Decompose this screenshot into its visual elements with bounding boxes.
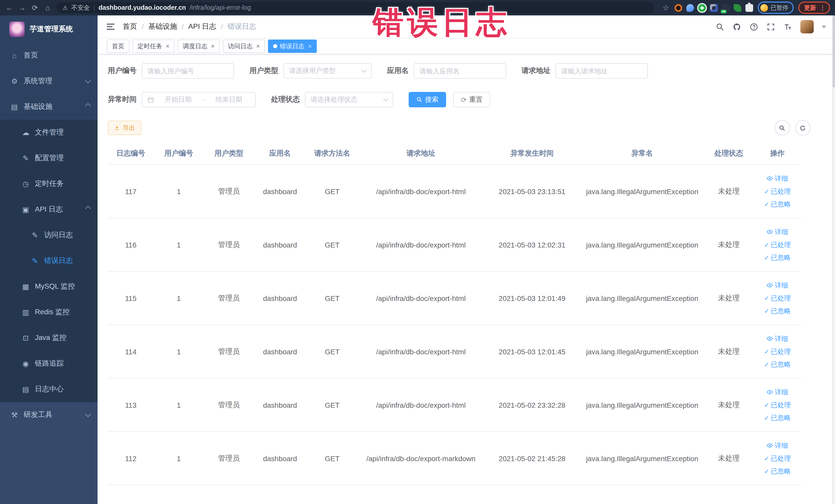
cell-log_id: 115 — [108, 271, 154, 325]
sidebar-item-log-center[interactable]: ▤ 日志中心 — [0, 377, 98, 402]
tab-首页[interactable]: 首页 — [107, 40, 129, 53]
timer-icon: ◷ — [22, 180, 30, 188]
puzzle-extension-icon[interactable] — [746, 4, 753, 12]
scrollbar-thumb[interactable] — [832, 15, 835, 87]
tab-调度日志[interactable]: 调度日志 × — [178, 40, 220, 53]
edit-icon: ✎ — [22, 154, 30, 162]
action-link-processed[interactable]: ✓已处理 — [764, 294, 791, 303]
back-icon[interactable]: ← — [5, 4, 13, 11]
action-link-ignored[interactable]: ✓已忽略 — [764, 360, 791, 369]
tab-定时任务[interactable]: 定时任务 × — [133, 40, 175, 53]
tab-错误日志[interactable]: 错误日志 × — [268, 40, 317, 53]
action-link-processed[interactable]: ✓已处理 — [764, 347, 791, 356]
sidebar-item-java-monitor[interactable]: ⊡ Java 监控 — [0, 325, 98, 351]
action-link-processed[interactable]: ✓已处理 — [764, 454, 791, 463]
user-avatar[interactable] — [800, 20, 813, 33]
sidebar-item-dev-tools[interactable]: ⚒ 研发工具 — [0, 402, 98, 428]
breadcrumb-item[interactable]: API 日志 — [188, 22, 217, 31]
sidebar-item-mysql-monitor[interactable]: ▦ MySQL 监控 — [0, 274, 98, 299]
adblock-extension-icon[interactable] — [675, 4, 682, 12]
search-icon[interactable] — [715, 22, 724, 31]
close-icon[interactable]: × — [166, 43, 169, 49]
column-header: 处理状态 — [704, 143, 754, 165]
action-link-processed[interactable]: ✓已处理 — [764, 400, 791, 409]
search-button[interactable]: 搜索 — [409, 92, 446, 107]
check-icon: ✓ — [764, 255, 769, 261]
dev-tools-icon: ⚒ — [10, 411, 19, 419]
refresh-table-button[interactable] — [795, 120, 810, 136]
sidebar-item-api-log[interactable]: ▣ API 日志 — [0, 197, 98, 222]
cell-log_id: 117 — [108, 165, 154, 218]
green-v-extension-icon[interactable] — [698, 4, 706, 12]
sidebar-item-access-log[interactable]: ✎ 访问日志 — [0, 222, 98, 248]
cell-method: GET — [306, 165, 358, 218]
sidebar-item-config-manage[interactable]: ✎ 配置管理 — [0, 145, 98, 171]
sidebar-item-file-manage[interactable]: ☁ 文件管理 — [0, 120, 98, 145]
close-icon[interactable]: × — [256, 43, 260, 49]
user-id-input[interactable] — [142, 63, 234, 79]
close-icon[interactable]: × — [211, 43, 215, 49]
browser-update-button[interactable]: 更新 ⋮ — [798, 2, 830, 14]
app-name-input[interactable] — [414, 63, 506, 79]
action-link-detail[interactable]: 详细 — [767, 227, 788, 237]
action-link-detail[interactable]: 详细 — [767, 441, 788, 450]
column-header: 异常名 — [581, 143, 704, 165]
browser-menu-icon[interactable]: ⋮ — [820, 5, 826, 11]
exception-time-range-picker[interactable]: 开始日期 - 结束日期 — [142, 92, 256, 107]
action-link-ignored[interactable]: ✓已忽略 — [764, 200, 791, 209]
action-link-ignored[interactable]: ✓已忽略 — [764, 466, 791, 476]
github-icon[interactable] — [732, 22, 741, 31]
sidebar-item-tracing[interactable]: ◉ 链路追踪 — [0, 351, 98, 377]
cell-actions: 详细✓已处理✓已忽略 — [754, 218, 801, 271]
shield-extension-icon[interactable] — [686, 4, 694, 12]
cell-log_id: 112 — [108, 431, 154, 485]
user-menu-caret-icon[interactable] — [822, 25, 826, 28]
close-icon[interactable]: × — [308, 43, 312, 49]
export-button[interactable]: 导出 — [108, 121, 141, 135]
help-icon[interactable] — [749, 22, 758, 31]
action-link-detail[interactable]: 详细 — [767, 387, 788, 397]
sidebar-item-scheduled-task[interactable]: ◷ 定时任务 — [0, 171, 98, 197]
leaf-extension-icon[interactable] — [734, 4, 741, 12]
forward-icon[interactable]: → — [18, 4, 26, 11]
range-separator: - — [203, 96, 205, 103]
reload-icon[interactable]: ⟳ — [31, 4, 39, 11]
bookmark-star-icon[interactable]: ☆ — [662, 4, 670, 11]
grid-extension-icon[interactable] — [710, 4, 718, 12]
action-link-ignored[interactable]: ✓已忽略 — [764, 253, 791, 262]
sidebar-item-error-log[interactable]: ✎ 错误日志 — [0, 248, 98, 274]
profile-paused-badge[interactable]: 已暂停 — [758, 2, 793, 14]
security-label[interactable]: 不安全 — [72, 3, 90, 12]
action-link-ignored[interactable]: ✓已忽略 — [764, 306, 791, 316]
breadcrumb-item[interactable]: 首页 — [123, 22, 137, 31]
breadcrumb-item[interactable]: 基础设施 — [148, 22, 177, 31]
sidebar-item-home[interactable]: ⌂ 首页 — [0, 43, 98, 68]
scrollbar[interactable] — [832, 15, 835, 504]
proxy-extension-icon[interactable]: on — [722, 4, 730, 12]
cell-time: 2021-05-03 12:02:31 — [484, 218, 581, 271]
menu-fold-icon[interactable] — [107, 24, 115, 30]
home-icon[interactable]: ⌂ — [44, 4, 52, 11]
action-link-processed[interactable]: ✓已处理 — [764, 240, 791, 249]
process-status-select[interactable]: 请选择处理状态 — [305, 92, 393, 107]
action-link-detail[interactable]: 详细 — [767, 281, 788, 290]
action-link-ignored[interactable]: ✓已忽略 — [764, 413, 791, 422]
sidebar-item-system-manage[interactable]: ⚙ 系统管理 — [0, 68, 98, 94]
user-type-select[interactable]: 请选择用户类型 — [283, 63, 372, 79]
sidebar-item-label: Redis 监控 — [35, 308, 69, 317]
action-link-detail[interactable]: 详细 — [767, 174, 788, 183]
font-size-icon[interactable] — [783, 22, 792, 31]
action-link-detail[interactable]: 详细 — [767, 334, 788, 343]
toggle-search-button[interactable] — [774, 120, 790, 136]
cell-app_name: dashboard — [254, 325, 306, 378]
url-bar[interactable]: ⚠ 不安全 | dashboard.yudao.iocoder.cn /infr… — [57, 2, 654, 13]
reset-button[interactable]: ⟳ 重置 — [453, 92, 490, 107]
tab-访问日志[interactable]: 访问日志 × — [223, 40, 265, 53]
cell-actions: 详细✓已处理✓已忽略 — [754, 431, 801, 485]
fullscreen-icon[interactable] — [766, 22, 775, 31]
action-link-processed[interactable]: ✓已处理 — [764, 187, 791, 196]
table-row: 1121管理员dashboardGET/api/infra/db-doc/exp… — [108, 431, 801, 485]
sidebar-item-redis-monitor[interactable]: ▥ Redis 监控 — [0, 299, 98, 325]
request-url-input[interactable] — [555, 63, 648, 79]
sidebar-item-infrastructure[interactable]: ▤ 基础设施 — [0, 94, 98, 120]
